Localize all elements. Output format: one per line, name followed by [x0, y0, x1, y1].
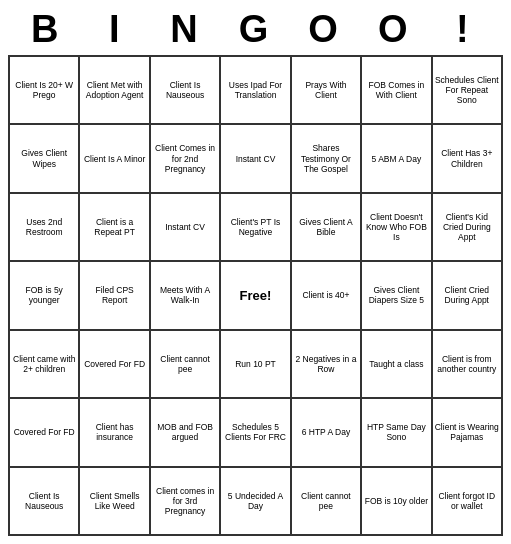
bingo-cell[interactable]: Covered For FD	[80, 331, 150, 399]
bingo-cell[interactable]: FOB is 5y younger	[10, 262, 80, 330]
bingo-cell[interactable]: Gives Client Diapers Size 5	[362, 262, 432, 330]
bingo-cell[interactable]: Free!	[221, 262, 291, 330]
bingo-cell[interactable]: Shares Testimony Or The Gospel	[292, 125, 362, 193]
bingo-cell[interactable]: Taught a class	[362, 331, 432, 399]
bingo-cell[interactable]: Client is 40+	[292, 262, 362, 330]
bingo-cell[interactable]: Client's PT Is Negative	[221, 194, 291, 262]
bingo-cell[interactable]: Client Doesn't Know Who FOB Is	[362, 194, 432, 262]
bingo-cell[interactable]: Client is Wearing Pajamas	[433, 399, 503, 467]
title-letter: B	[12, 8, 82, 51]
bingo-cell[interactable]: Client's Kid Cried During Appt	[433, 194, 503, 262]
bingo-cell[interactable]: Client Has 3+ Children	[433, 125, 503, 193]
title-letter: I	[82, 8, 152, 51]
bingo-cell[interactable]: Gives Client A Bible	[292, 194, 362, 262]
bingo-cell[interactable]: 2 Negatives in a Row	[292, 331, 362, 399]
bingo-cell[interactable]: Covered For FD	[10, 399, 80, 467]
bingo-cell[interactable]: FOB Comes in With Client	[362, 57, 432, 125]
bingo-cell[interactable]: Client cannot pee	[292, 468, 362, 536]
bingo-cell[interactable]: Run 10 PT	[221, 331, 291, 399]
bingo-cell[interactable]: Prays With Client	[292, 57, 362, 125]
bingo-cell[interactable]: Client forgot ID or wallet	[433, 468, 503, 536]
bingo-cell[interactable]: 5 ABM A Day	[362, 125, 432, 193]
bingo-cell[interactable]: Client is a Repeat PT	[80, 194, 150, 262]
bingo-cell[interactable]: Client Met with Adoption Agent	[80, 57, 150, 125]
bingo-cell[interactable]: Client cannot pee	[151, 331, 221, 399]
bingo-cell[interactable]: 5 Undecided A Day	[221, 468, 291, 536]
bingo-title: BINGOO!	[8, 8, 503, 51]
title-letter: G	[221, 8, 291, 51]
title-letter: O	[290, 8, 360, 51]
bingo-cell[interactable]: MOB and FOB argued	[151, 399, 221, 467]
bingo-cell[interactable]: Uses Ipad For Translation	[221, 57, 291, 125]
bingo-cell[interactable]: Client is from another country	[433, 331, 503, 399]
bingo-grid: Client Is 20+ W PregoClient Met with Ado…	[8, 55, 503, 536]
bingo-cell[interactable]: Gives Client Wipes	[10, 125, 80, 193]
bingo-cell[interactable]: Client Smells Like Weed	[80, 468, 150, 536]
bingo-cell[interactable]: Client came with 2+ children	[10, 331, 80, 399]
title-letter: N	[151, 8, 221, 51]
bingo-cell[interactable]: Client Is 20+ W Prego	[10, 57, 80, 125]
bingo-cell[interactable]: Schedules Client For Repeat Sono	[433, 57, 503, 125]
bingo-cell[interactable]: Client Is Nauseous	[10, 468, 80, 536]
bingo-cell[interactable]: Client comes in for 3rd Pregnancy	[151, 468, 221, 536]
bingo-cell[interactable]: Client has insurance	[80, 399, 150, 467]
bingo-cell[interactable]: 6 HTP A Day	[292, 399, 362, 467]
bingo-cell[interactable]: Instant CV	[221, 125, 291, 193]
bingo-cell[interactable]: Meets With A Walk-In	[151, 262, 221, 330]
title-letter: !	[429, 8, 499, 51]
bingo-cell[interactable]: Schedules 5 Clients For FRC	[221, 399, 291, 467]
title-letter: O	[360, 8, 430, 51]
bingo-cell[interactable]: FOB is 10y older	[362, 468, 432, 536]
bingo-cell[interactable]: Client Is A Minor	[80, 125, 150, 193]
bingo-cell[interactable]: Instant CV	[151, 194, 221, 262]
bingo-cell[interactable]: Client Comes in for 2nd Pregnancy	[151, 125, 221, 193]
bingo-cell[interactable]: HTP Same Day Sono	[362, 399, 432, 467]
bingo-cell[interactable]: Uses 2nd Restroom	[10, 194, 80, 262]
bingo-cell[interactable]: Client Is Nauseous	[151, 57, 221, 125]
bingo-cell[interactable]: Filed CPS Report	[80, 262, 150, 330]
bingo-cell[interactable]: Client Cried During Appt	[433, 262, 503, 330]
